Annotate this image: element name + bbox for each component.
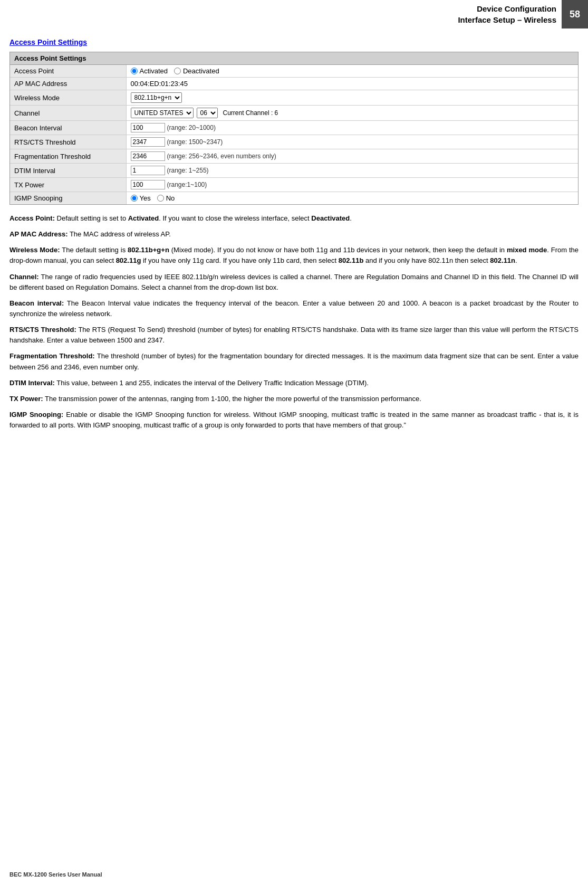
igmp-desc: IGMP Snooping: Enable or disable the IGM…	[9, 410, 579, 431]
footer-text: BEC MX-1200 Series User Manual	[9, 871, 102, 878]
wireless-mode-desc: Wireless Mode: The default setting is 80…	[9, 245, 579, 266]
table-row: Fragmentation Threshold(range: 256~2346,…	[10, 149, 578, 164]
row-label: Fragmentation Threshold	[10, 149, 126, 164]
table-row: DTIM Interval(range: 1~255)	[10, 164, 578, 178]
radio-label: Yes	[140, 194, 151, 202]
range-note: (range: 1~255)	[167, 167, 209, 174]
range-input[interactable]	[131, 166, 165, 175]
frag-desc: Fragmentation Threshold: The threshold (…	[9, 351, 579, 372]
table-row: ChannelUNITED STATES06Current Channel : …	[10, 106, 578, 121]
page-number: 58	[562, 0, 588, 28]
settings-table-container: Access Point Settings Access PointActiva…	[9, 52, 579, 205]
description-term: Fragmentation Threshold:	[9, 352, 95, 360]
radio-item[interactable]: No	[157, 194, 175, 202]
table-row: Wireless Mode802.11b+g+n	[10, 90, 578, 106]
radio-group: YesNo	[131, 194, 574, 202]
header-title: Device Configuration Interface Setup – W…	[0, 0, 562, 28]
description-term: IGMP Snooping:	[9, 411, 63, 418]
bold-word2: mixed mode	[507, 246, 547, 254]
bold-word3: 802.11g	[116, 256, 141, 264]
row-value: ActivatedDeactivated	[126, 65, 578, 78]
header-line2: Interface Setup – Wireless	[5, 14, 556, 25]
beacon-desc: Beacon interval: The Beacon Interval val…	[9, 298, 579, 319]
country-select[interactable]: UNITED STATES	[131, 108, 194, 118]
radio-input[interactable]	[174, 68, 181, 74]
range-input[interactable]	[131, 123, 165, 132]
channel-desc: Channel: The range of radio frequencies …	[9, 272, 579, 293]
settings-table-header: Access Point Settings	[10, 52, 578, 65]
dtim-desc: DTIM Interval: This value, between 1 and…	[9, 378, 579, 388]
table-row: Beacon Interval(range: 20~1000)	[10, 121, 578, 135]
row-value: (range: 256~2346, even numbers only)	[126, 149, 578, 164]
bold-word5: 802.11n	[490, 256, 515, 264]
rts-desc: RTS/CTS Threshold: The RTS (Request To S…	[9, 325, 579, 346]
description-term: Wireless Mode:	[9, 246, 60, 254]
table-row: IGMP SnoopingYesNo	[10, 192, 578, 205]
radio-input[interactable]	[131, 195, 138, 202]
section-heading: Access Point Settings	[9, 38, 579, 46]
page-header: Device Configuration Interface Setup – W…	[0, 0, 588, 28]
description-term: Beacon interval:	[9, 299, 64, 307]
footer: BEC MX-1200 Series User Manual	[9, 871, 102, 878]
settings-table: Access PointActivatedDeactivatedAP MAC A…	[10, 65, 578, 204]
current-channel-display: Current Channel : 6	[223, 109, 278, 117]
ap-mac-desc: AP MAC Address: The MAC address of wirel…	[9, 229, 579, 240]
radio-item[interactable]: Deactivated	[174, 67, 219, 75]
row-value: 00:04:ED:01:23:45	[126, 78, 578, 90]
description-term: Channel:	[9, 273, 39, 281]
channel-row: UNITED STATES06Current Channel : 6	[131, 108, 574, 118]
bold-word4: 802.11b	[339, 256, 364, 264]
channel-select[interactable]: 06	[197, 108, 218, 118]
radio-group: ActivatedDeactivated	[131, 67, 574, 75]
bold-word2: Deactivated	[311, 214, 350, 222]
table-row: RTS/CTS Threshold(range: 1500~2347)	[10, 135, 578, 149]
range-note: (range: 256~2346, even numbers only)	[167, 153, 276, 160]
row-value: (range: 1~255)	[126, 164, 578, 178]
row-value: (range: 1500~2347)	[126, 135, 578, 149]
range-input[interactable]	[131, 151, 165, 161]
bold-word: Activated	[128, 214, 159, 222]
row-label: AP MAC Address	[10, 78, 126, 90]
row-value: 802.11b+g+n	[126, 90, 578, 106]
row-value: UNITED STATES06Current Channel : 6	[126, 106, 578, 121]
radio-item[interactable]: Activated	[131, 67, 168, 75]
row-label: RTS/CTS Threshold	[10, 135, 126, 149]
header-line1: Device Configuration	[5, 3, 556, 14]
range-note: (range: 20~1000)	[167, 124, 216, 131]
row-label: IGMP Snooping	[10, 192, 126, 205]
wireless-mode-select[interactable]: 802.11b+g+n	[131, 92, 182, 103]
access-point-desc: Access Point: Default setting is set to …	[9, 213, 579, 224]
range-note: (range:1~100)	[167, 181, 207, 188]
range-note: (range: 1500~2347)	[167, 138, 223, 146]
description-term: RTS/CTS Threshold:	[9, 326, 76, 334]
description-term: DTIM Interval:	[9, 379, 55, 387]
tx-desc: TX Power: The transmission power of the …	[9, 394, 579, 404]
row-value: (range: 20~1000)	[126, 121, 578, 135]
description-term: TX Power:	[9, 395, 43, 403]
row-label: DTIM Interval	[10, 164, 126, 178]
table-row: Access PointActivatedDeactivated	[10, 65, 578, 78]
radio-item[interactable]: Yes	[131, 194, 151, 202]
bold-word: 802.11b+g+n	[128, 246, 169, 254]
descriptions-container: Access Point: Default setting is set to …	[9, 213, 579, 431]
row-label: Beacon Interval	[10, 121, 126, 135]
range-input[interactable]	[131, 137, 165, 147]
radio-input[interactable]	[131, 68, 138, 74]
table-row: TX Power(range:1~100)	[10, 178, 578, 192]
row-label: Wireless Mode	[10, 90, 126, 106]
description-term: Access Point:	[9, 214, 55, 222]
row-label: Access Point	[10, 65, 126, 78]
radio-label: Activated	[140, 67, 168, 75]
row-value: (range:1~100)	[126, 178, 578, 192]
row-label: Channel	[10, 106, 126, 121]
row-label: TX Power	[10, 178, 126, 192]
main-content: Access Point Settings Access Point Setti…	[0, 34, 588, 446]
radio-input[interactable]	[157, 195, 164, 202]
table-row: AP MAC Address00:04:ED:01:23:45	[10, 78, 578, 90]
radio-label: Deactivated	[183, 67, 219, 75]
radio-label: No	[166, 194, 175, 202]
row-value: YesNo	[126, 192, 578, 205]
range-input[interactable]	[131, 180, 165, 189]
description-term: AP MAC Address:	[9, 230, 68, 238]
